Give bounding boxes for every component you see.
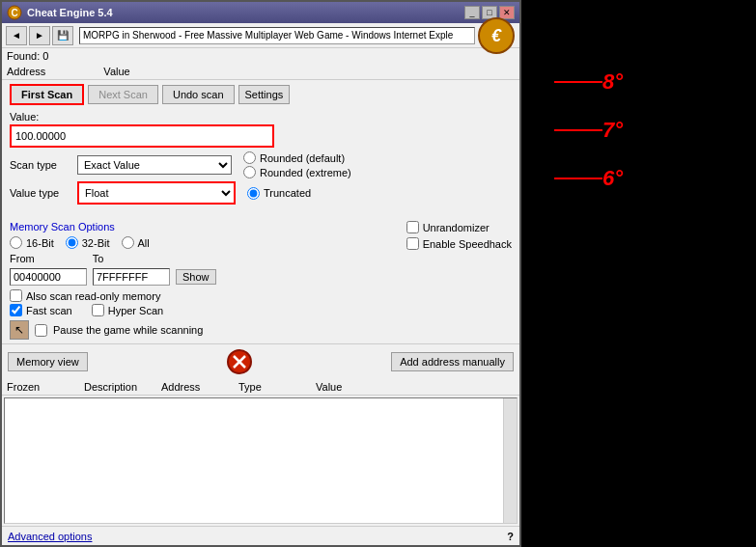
from-label: From (10, 253, 35, 264)
value-type-row: Value type Float Double Byte 2 Bytes 4 B… (10, 181, 512, 205)
bit16-radio[interactable] (10, 236, 22, 249)
annotation-6: 6° (554, 154, 623, 203)
settings-button[interactable]: Settings (238, 85, 291, 104)
memory-scan-title: Memory Scan Options (10, 221, 397, 232)
all-radio[interactable] (122, 236, 134, 249)
bit32-option[interactable]: 32-Bit (66, 236, 110, 249)
scan-buttons-row: First Scan Next Scan Undo scan Settings (10, 84, 512, 105)
next-scan-button[interactable]: Next Scan (88, 85, 158, 104)
list-col-value: Value (316, 381, 393, 393)
list-header: Frozen Description Address Type Value (2, 379, 519, 396)
main-window: C Cheat Engine 5.4 _ □ ✕ ◄ ► 💾 € Fou (0, 0, 521, 547)
speedhack-row: Enable Speedhack (406, 237, 512, 250)
bit32-label: 32-Bit (82, 237, 110, 249)
scan-panel: First Scan Next Scan Undo scan Settings … (2, 80, 519, 211)
value-label: Value: (10, 111, 512, 123)
svg-text:C: C (11, 8, 17, 18)
help-button[interactable]: ? (507, 531, 514, 542)
from-input[interactable] (10, 268, 87, 286)
value-input[interactable] (12, 126, 272, 146)
bit32-radio[interactable] (66, 236, 78, 249)
pause-label: Pause the game while scanning (53, 324, 203, 336)
truncated-label: Truncated (264, 187, 311, 199)
rounded-default-label: Rounded (default) (260, 152, 345, 164)
speedhack-checkbox[interactable] (406, 237, 419, 250)
rounded-extreme-radio[interactable] (243, 166, 256, 178)
memory-scan-section: Memory Scan Options 16-Bit 32-Bit All (2, 217, 519, 343)
annotation-label-6: 6° (602, 166, 623, 191)
list-col-description: Description (84, 381, 161, 393)
bit16-label: 16-Bit (26, 237, 54, 249)
value-type-dropdown[interactable]: Float Double Byte 2 Bytes 4 Bytes 8 Byte… (79, 183, 234, 203)
svg-text:€: € (491, 26, 502, 45)
bit16-option[interactable]: 16-Bit (10, 236, 54, 249)
footer-bar: Advanced options ? (2, 526, 519, 545)
to-label: To (93, 253, 104, 264)
delete-icon (226, 348, 253, 375)
list-col-type: Type (238, 381, 316, 393)
scan-type-dropdown[interactable]: Exact Value Bigger than... Smaller than.… (77, 155, 232, 175)
from-to-row: Show (10, 268, 397, 286)
fast-scan-label: Fast scan (26, 305, 72, 316)
title-text: Cheat Engine 5.4 (27, 7, 113, 18)
memory-scan-left: Memory Scan Options 16-Bit 32-Bit All (10, 221, 397, 340)
rounded-extreme-label: Rounded (extreme) (260, 167, 351, 178)
annotation-label-7: 7° (602, 118, 623, 143)
truncated-option[interactable]: Truncated (247, 187, 311, 200)
value-type-dropdown-wrapper: Float Double Byte 2 Bytes 4 Bytes 8 Byte… (77, 181, 236, 205)
toolbar: ◄ ► 💾 € (2, 23, 519, 48)
address-list[interactable] (4, 397, 518, 524)
truncated-radio[interactable] (247, 187, 260, 200)
pause-checkbox[interactable] (35, 324, 47, 337)
add-address-button[interactable]: Add address manually (391, 352, 514, 371)
first-scan-button[interactable]: First Scan (10, 84, 84, 105)
app-icon: C (7, 5, 22, 20)
all-label: All (138, 237, 150, 249)
rounded-extreme-option[interactable]: Rounded (extreme) (243, 166, 351, 178)
arrow-line-7 (554, 129, 602, 131)
undo-scan-button[interactable]: Undo scan (162, 85, 235, 104)
to-input[interactable] (93, 268, 170, 286)
forward-button[interactable]: ► (29, 26, 50, 45)
speedhack-label: Enable Speedhack (423, 238, 512, 250)
rounded-default-option[interactable]: Rounded (default) (243, 151, 351, 164)
pointer-icon[interactable]: ↖ (10, 320, 29, 340)
advanced-options-link[interactable]: Advanced options (8, 531, 92, 542)
col-address: Address (7, 66, 45, 77)
value-input-wrapper (10, 124, 274, 148)
memory-scan-right: Unrandomizer Enable Speedhack (406, 221, 512, 340)
hyper-scan-label: Hyper Scan (108, 305, 163, 316)
rounded-default-radio[interactable] (243, 151, 256, 164)
show-button[interactable]: Show (176, 269, 216, 285)
save-button[interactable]: 💾 (52, 26, 73, 45)
fast-scan-checkbox[interactable] (10, 304, 22, 316)
fast-scan-row: Fast scan (10, 304, 72, 316)
back-button[interactable]: ◄ (6, 26, 27, 45)
unrandomizer-row: Unrandomizer (406, 221, 512, 233)
scan-type-row: Scan type Exact Value Bigger than... Sma… (10, 151, 512, 178)
from-to-labels: From To (10, 253, 397, 264)
title-bar: C Cheat Engine 5.4 _ □ ✕ (2, 2, 519, 23)
bit-options-row: 16-Bit 32-Bit All (10, 236, 397, 249)
also-scan-checkbox[interactable] (10, 289, 22, 302)
found-label: Found: 0 (7, 50, 48, 62)
bottom-bar: Memory view Add address manually (2, 343, 519, 379)
also-scan-row: Also scan read-only memory (10, 289, 397, 302)
pause-row: ↖ Pause the game while scanning (10, 320, 397, 340)
memory-view-button[interactable]: Memory view (8, 352, 88, 371)
col-value: Value (103, 66, 129, 77)
value-type-label: Value type (10, 187, 77, 199)
unrandomizer-label: Unrandomizer (423, 222, 490, 233)
unrandomizer-checkbox[interactable] (406, 221, 419, 233)
also-scan-label: Also scan read-only memory (26, 290, 160, 302)
all-option[interactable]: All (122, 236, 150, 249)
address-bar[interactable] (79, 27, 475, 44)
list-scrollbar[interactable] (503, 398, 517, 523)
list-col-address: Address (161, 381, 238, 393)
column-headers: Address Value (2, 64, 519, 80)
annotations: 8° 7° 6° (554, 58, 623, 203)
annotation-8: 8° (554, 58, 623, 106)
arrow-line-8 (554, 81, 602, 83)
hyper-scan-checkbox[interactable] (92, 304, 104, 316)
hyper-scan-row: Hyper Scan (92, 304, 163, 316)
